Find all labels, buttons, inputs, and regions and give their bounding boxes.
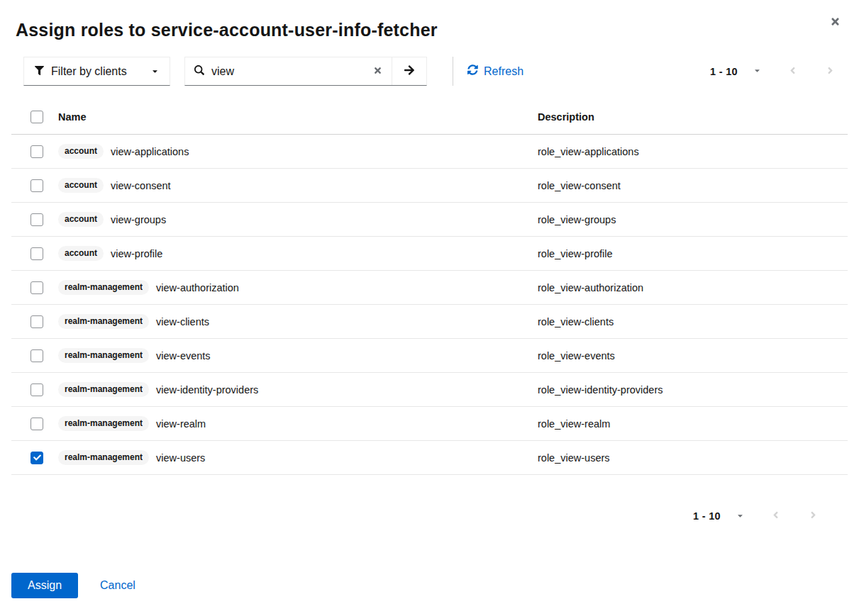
role-description: role_view-consent <box>538 180 848 191</box>
pagination-range: 1 - 10 <box>710 66 738 77</box>
sync-icon <box>467 65 478 78</box>
modal-title: Assign roles to service-account-user-inf… <box>16 20 438 40</box>
prev-page-button[interactable] <box>778 60 807 84</box>
role-name: view-profile <box>111 248 162 259</box>
pagination-toggle[interactable] <box>745 60 770 82</box>
table-row: realm-management view-identity-providers… <box>11 373 848 407</box>
caret-down-icon <box>151 65 159 78</box>
angle-left-icon <box>772 510 779 522</box>
role-badge: account <box>58 212 104 227</box>
next-page-button[interactable] <box>816 60 845 84</box>
row-checkbox[interactable] <box>31 452 43 464</box>
table-row: realm-management view-clients role_view-… <box>11 305 848 339</box>
role-badge: realm-management <box>58 314 149 329</box>
role-name: view-applications <box>111 146 189 157</box>
filter-label: Filter by clients <box>51 65 127 78</box>
next-page-button[interactable] <box>799 504 828 528</box>
row-checkbox[interactable] <box>31 213 43 226</box>
role-name: view-clients <box>156 316 209 327</box>
pagination-top: 1 - 10 <box>710 60 848 84</box>
refresh-button[interactable]: Refresh <box>467 65 523 78</box>
pagination-toggle[interactable] <box>728 505 753 527</box>
role-name: view-events <box>156 350 211 362</box>
role-name: view-users <box>156 452 205 464</box>
table-row: account view-profile role_view-profile <box>11 237 848 271</box>
table-row: realm-management view-authorization role… <box>11 271 848 305</box>
row-checkbox[interactable] <box>31 247 43 260</box>
role-name: view-groups <box>111 214 166 225</box>
row-checkbox[interactable] <box>31 418 43 430</box>
column-header-description: Description <box>538 111 848 123</box>
role-badge: realm-management <box>58 450 149 465</box>
column-header-name: Name <box>58 111 538 123</box>
table-row: account view-applications role_view-appl… <box>11 135 848 169</box>
angle-left-icon <box>789 65 796 78</box>
role-description: role_view-authorization <box>538 282 848 293</box>
table-row: realm-management view-realm role_view-re… <box>11 407 848 441</box>
role-description: role_view-groups <box>538 214 848 225</box>
times-icon <box>373 66 382 77</box>
role-name: view-authorization <box>156 282 239 293</box>
role-badge: realm-management <box>58 280 149 295</box>
select-all-checkbox[interactable] <box>31 111 43 123</box>
table-body: account view-applications role_view-appl… <box>11 135 848 475</box>
role-description: role_view-realm <box>538 418 848 430</box>
role-description: role_view-profile <box>538 248 848 259</box>
table-row: realm-management view-users role_view-us… <box>11 441 848 475</box>
role-description: role_view-users <box>538 452 848 464</box>
magnifier-icon <box>194 65 204 78</box>
angle-right-icon <box>810 510 816 522</box>
close-button[interactable] <box>826 14 843 31</box>
role-badge: account <box>58 246 104 261</box>
role-description: role_view-applications <box>538 146 848 157</box>
pagination-range: 1 - 10 <box>693 510 721 522</box>
search-box <box>184 57 427 86</box>
pagination-bottom: 1 - 10 <box>693 502 828 530</box>
cancel-button[interactable]: Cancel <box>100 579 135 592</box>
search-input[interactable] <box>204 65 363 78</box>
role-name: view-identity-providers <box>156 384 258 396</box>
row-checkbox[interactable] <box>31 315 43 328</box>
role-badge: account <box>58 144 104 159</box>
role-badge: realm-management <box>58 416 149 431</box>
table-row: realm-management view-events role_view-e… <box>11 339 848 373</box>
role-description: role_view-clients <box>538 316 848 327</box>
caret-down-icon <box>753 66 761 77</box>
prev-page-button[interactable] <box>761 504 790 528</box>
row-checkbox[interactable] <box>31 179 43 192</box>
role-name: view-consent <box>111 180 171 191</box>
times-icon <box>830 16 841 29</box>
table-header: Name Description <box>11 99 848 135</box>
assign-button[interactable]: Assign <box>11 573 78 598</box>
row-checkbox[interactable] <box>31 145 43 158</box>
caret-down-icon <box>736 511 744 522</box>
table-row: account view-consent role_view-consent <box>11 169 848 203</box>
role-name: view-realm <box>156 418 206 430</box>
row-checkbox[interactable] <box>31 383 43 396</box>
arrow-right-icon <box>404 65 415 78</box>
role-description: role_view-events <box>538 350 848 362</box>
clear-search-button[interactable] <box>363 57 392 85</box>
row-checkbox[interactable] <box>31 281 43 294</box>
role-badge: account <box>58 178 104 193</box>
angle-right-icon <box>827 65 833 78</box>
role-description: role_view-identity-providers <box>538 384 848 396</box>
toolbar-divider <box>453 57 453 86</box>
roles-table: Name Description account view-applicatio… <box>11 99 848 475</box>
filter-dropdown[interactable]: Filter by clients <box>23 57 170 86</box>
row-checkbox[interactable] <box>31 349 43 362</box>
table-row: account view-groups role_view-groups <box>11 203 848 237</box>
modal-footer: Assign Cancel <box>11 573 135 598</box>
submit-search-button[interactable] <box>392 57 426 85</box>
role-badge: realm-management <box>58 348 149 363</box>
role-badge: realm-management <box>58 382 149 397</box>
toolbar: Filter by clients Refresh 1 - 10 <box>23 57 848 86</box>
funnel-icon <box>35 65 44 78</box>
check-icon <box>33 454 41 461</box>
refresh-label: Refresh <box>484 65 523 78</box>
